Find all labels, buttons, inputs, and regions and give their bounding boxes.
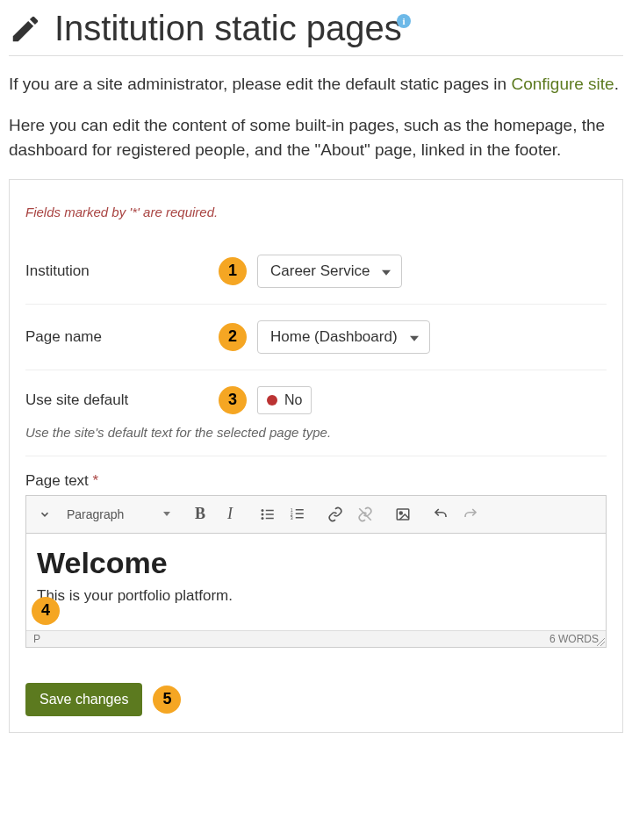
page-title: Institution static pages	[9, 9, 402, 48]
svg-rect-5	[266, 517, 274, 519]
svg-point-4	[262, 517, 264, 520]
edit-icon	[9, 12, 42, 46]
svg-rect-11	[296, 517, 304, 519]
bold-button[interactable]: B	[187, 501, 213, 528]
page-text-label-text: Page text	[25, 472, 89, 489]
use-default-toggle[interactable]: No	[257, 386, 312, 414]
italic-button[interactable]: I	[217, 501, 243, 528]
bullet-list-button[interactable]	[255, 501, 281, 528]
intro-line1a: If you are a site administrator, please …	[9, 75, 511, 93]
chevron-down-icon	[410, 335, 419, 341]
annotation-badge-5: 5	[153, 686, 181, 714]
editor-content[interactable]: Welcome This is your portfolio platform.…	[26, 534, 606, 630]
page-text-label: Page text *	[25, 472, 607, 490]
page-name-select-value: Home (Dashboard)	[270, 328, 398, 346]
institution-select[interactable]: Career Service	[257, 255, 402, 288]
annotation-badge-3: 3	[219, 386, 247, 414]
toolbar-more-icon[interactable]	[32, 501, 58, 528]
info-icon[interactable]: i	[397, 14, 411, 28]
page-title-text: Institution static pages	[54, 9, 402, 48]
institution-label: Institution	[25, 262, 219, 280]
required-star: *	[93, 472, 99, 489]
use-default-label: Use site default	[25, 391, 219, 409]
editor-paragraph: This is your portfolio platform.	[37, 587, 595, 605]
page-name-row: Page name 2 Home (Dashboard)	[25, 305, 607, 370]
rich-text-editor: Paragraph B I 123	[25, 495, 607, 648]
redo-button[interactable]	[457, 501, 484, 528]
save-row: Save changes 5	[25, 683, 607, 716]
save-button[interactable]: Save changes	[25, 683, 142, 716]
annotation-badge-4: 4	[32, 597, 60, 625]
editor-footer: P 6 WORDS	[26, 630, 606, 647]
editor-word-count: 6 WORDS	[549, 633, 599, 645]
annotation-badge-2: 2	[219, 323, 247, 351]
use-default-row: Use site default 3 No	[25, 370, 607, 430]
toggle-off-icon	[267, 395, 277, 406]
svg-rect-3	[266, 513, 274, 515]
annotation-badge-1: 1	[219, 257, 247, 285]
page-header: Institution static pages i	[9, 9, 623, 56]
page-text-section: Page text * Paragraph B I	[25, 472, 607, 648]
svg-rect-13	[397, 509, 409, 520]
page-name-label: Page name	[25, 328, 219, 346]
block-format-value: Paragraph	[67, 507, 124, 521]
institution-row: Institution 1 Career Service	[25, 239, 607, 305]
intro-text: If you are a site administrator, please …	[9, 72, 623, 163]
editor-heading: Welcome	[37, 546, 595, 580]
intro-line2: Here you can edit the content of some bu…	[9, 113, 623, 163]
svg-point-14	[399, 512, 402, 514]
chevron-down-icon	[382, 269, 391, 275]
svg-rect-1	[266, 509, 274, 511]
resize-handle-icon[interactable]	[596, 637, 605, 646]
intro-line1b: .	[614, 75, 619, 93]
image-button[interactable]	[390, 501, 416, 528]
svg-point-2	[262, 513, 264, 515]
editor-toolbar: Paragraph B I 123	[26, 496, 606, 534]
unlink-button[interactable]	[352, 501, 378, 528]
svg-rect-7	[296, 509, 304, 511]
use-default-value: No	[284, 392, 302, 408]
svg-point-0	[262, 509, 264, 512]
institution-select-value: Career Service	[270, 262, 370, 280]
undo-button[interactable]	[427, 501, 454, 528]
form-card: Fields marked by '*' are required. Insti…	[9, 179, 623, 733]
svg-text:3: 3	[291, 515, 293, 521]
chevron-down-icon	[163, 512, 170, 516]
editor-path: P	[33, 633, 40, 645]
required-note: Fields marked by '*' are required.	[25, 205, 607, 219]
numbered-list-button[interactable]: 123	[284, 501, 311, 528]
configure-site-link[interactable]: Configure site	[511, 75, 614, 93]
block-format-select[interactable]: Paragraph	[61, 501, 176, 528]
link-button[interactable]	[322, 501, 348, 528]
svg-rect-9	[296, 513, 304, 514]
page-name-select[interactable]: Home (Dashboard)	[257, 320, 430, 354]
